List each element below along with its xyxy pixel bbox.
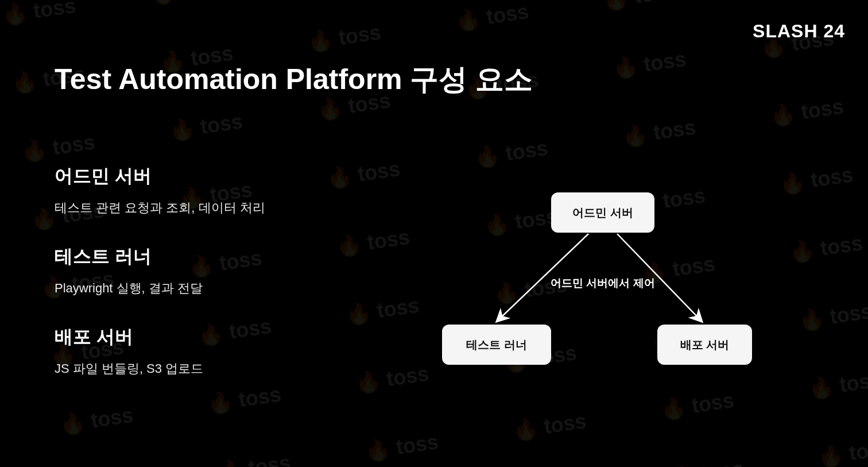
section-title: 배포 서버 [55,325,342,350]
section-test-runner: 테스트 러너 Playwright 실행, 결과 전달 [55,244,342,297]
section-desc: 테스트 관련 요청과 조회, 데이터 처리 [55,199,342,217]
diagram-arrow-label: 어드민 서버에서 제어 [522,276,683,291]
diagram-box-label: 어드민 서버 [572,205,633,221]
diagram-box-deploy-server: 배포 서버 [657,325,752,365]
section-deploy-server: 배포 서버 JS 파일 번들링, S3 업로드 [55,325,342,377]
content-list: 어드민 서버 테스트 관련 요청과 조회, 데이터 처리 테스트 러너 Play… [55,164,342,405]
diagram-box-admin-server: 어드민 서버 [551,192,654,233]
diagram-box-label: 테스트 러너 [466,337,527,353]
page-title: Test Automation Platform 구성 요소 [55,60,533,99]
diagram-box-test-runner: 테스트 러너 [442,325,551,365]
section-admin-server: 어드민 서버 테스트 관련 요청과 조회, 데이터 처리 [55,164,342,217]
section-desc: Playwright 실행, 결과 전달 [55,280,342,297]
brand-logo: SLASH 24 [753,21,845,42]
brand-text: SLASH 24 [753,21,845,41]
diagram-box-label: 배포 서버 [680,337,730,353]
architecture-diagram: 어드민 서버 테스트 러너 배포 서버 어드민 서버에서 제어 [442,192,752,365]
section-title: 테스트 러너 [55,244,342,269]
section-desc: JS 파일 번들링, S3 업로드 [55,360,342,377]
section-title: 어드민 서버 [55,164,342,189]
